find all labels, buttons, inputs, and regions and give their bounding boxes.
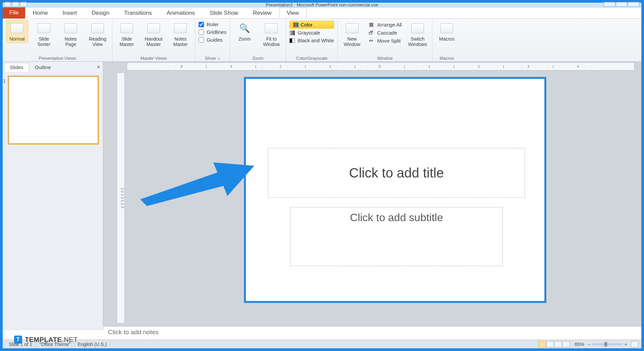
arrange-all-icon: ▦ [368, 21, 375, 28]
status-language[interactable]: English (U.S.) [74, 342, 110, 347]
slide-editor[interactable]: Click to add title Click to add subtitle [244, 77, 546, 303]
switch-windows-button[interactable]: Switch Windows [407, 20, 429, 47]
cascade-button[interactable]: 🗗Cascade [368, 29, 402, 36]
window-controls[interactable] [604, 2, 639, 7]
outline-tab[interactable]: Outline [29, 63, 57, 72]
reading-view-icon [91, 23, 104, 33]
group-master-views: Slide Master Handout Master Notes Master… [112, 19, 195, 61]
zoom-in-button[interactable]: + [625, 342, 627, 347]
group-macros: Macros Macros [432, 19, 461, 61]
grayscale-button[interactable]: Grayscale [289, 29, 334, 36]
annotation-arrow-icon [140, 152, 254, 206]
handout-master-button[interactable]: Handout Master [143, 20, 165, 47]
color-icon [293, 22, 299, 27]
tab-view[interactable]: View [279, 8, 307, 18]
slide-sorter-icon [38, 23, 50, 33]
normal-view-button[interactable]: Normal [6, 20, 28, 43]
black-and-white-button[interactable]: Black and White [289, 37, 334, 44]
tab-animations[interactable]: Animations [159, 8, 202, 18]
ribbon-tabs: File Home Insert Design Transitions Anim… [3, 7, 641, 19]
quick-access-toolbar[interactable] [4, 2, 27, 7]
horizontal-ruler: · · · 4 · · · | · · · 3 · · · | · · · 2 … [127, 62, 635, 70]
slide-sorter-button[interactable]: Slide Sorter [33, 20, 55, 47]
zoom-out-button[interactable]: − [588, 342, 590, 347]
guides-checkbox[interactable]: Guides [199, 37, 226, 43]
zoom-level[interactable]: 65% [575, 342, 584, 347]
workspace: Slides Outline × · · · 4 · · · | · · · 3… [3, 62, 641, 330]
notes-page-icon [64, 23, 77, 33]
window-title: Presentation3 - Microsoft PowerPoint non… [266, 2, 378, 7]
handout-master-icon [147, 23, 160, 33]
bw-icon [289, 38, 295, 43]
tab-file[interactable]: File [3, 7, 25, 18]
tab-review[interactable]: Review [246, 8, 279, 18]
group-show: Ruler Gridlines Guides Show [195, 19, 230, 61]
gridlines-checkbox[interactable]: Gridlines [199, 29, 226, 35]
tab-slide-show[interactable]: Slide Show [202, 8, 246, 18]
slide-master-button[interactable]: Slide Master [116, 20, 138, 47]
notes-pane[interactable]: Click to add notes [103, 326, 641, 340]
new-window-icon [345, 21, 359, 35]
tab-transitions[interactable]: Transitions [117, 8, 159, 18]
move-split-button[interactable]: ⇔Move Split [368, 37, 402, 44]
statusbar-reading-view-button[interactable] [554, 341, 562, 347]
slides-outline-pane: Slides Outline × [3, 62, 103, 330]
vertical-ruler: 3 2 1 0 1 2 3 [117, 72, 125, 323]
slide-thumbnail-1[interactable] [9, 77, 98, 144]
notes-master-button[interactable]: Notes Master [169, 20, 192, 47]
ribbon: Normal Slide Sorter Notes Page Reading V… [3, 19, 641, 62]
cascade-icon: 🗗 [368, 30, 375, 36]
zoom-button[interactable]: 🔍 Zoom [233, 20, 256, 42]
ruler-checkbox[interactable]: Ruler [199, 21, 226, 27]
fit-slide-button[interactable] [631, 341, 638, 347]
tab-design[interactable]: Design [84, 8, 117, 18]
new-window-button[interactable]: New Window [341, 20, 363, 47]
watermark: T TEMPLATE.NET [14, 336, 78, 344]
notes-master-icon [174, 23, 187, 33]
slide-thumbnails[interactable] [3, 72, 103, 330]
watermark-logo-icon: T [14, 336, 22, 344]
normal-view-icon [11, 23, 23, 33]
switch-windows-icon [411, 21, 424, 35]
fit-to-window-button[interactable]: Fit to Window [260, 20, 282, 47]
arrange-all-button[interactable]: ▦Arrange All [368, 21, 402, 28]
tab-insert[interactable]: Insert [55, 8, 85, 18]
group-label-presentation-views: Presentation Views [6, 55, 109, 61]
macros-icon [440, 21, 453, 35]
reading-view-button[interactable]: Reading View [87, 20, 109, 47]
group-zoom: 🔍 Zoom Fit to Window Zoom [230, 19, 286, 61]
group-label-color: Color/Grayscale [289, 55, 334, 61]
macros-button[interactable]: Macros [436, 20, 458, 42]
group-label-show[interactable]: Show [199, 55, 226, 61]
status-bar: Slide 1 of 1 "Office Theme" English (U.S… [3, 340, 641, 348]
group-label-master-views: Master Views [116, 55, 192, 61]
grayscale-icon [289, 31, 295, 35]
slide-master-icon [120, 23, 133, 33]
statusbar-sorter-view-button[interactable] [546, 341, 554, 347]
slides-tab[interactable]: Slides [4, 63, 29, 72]
tab-home[interactable]: Home [25, 8, 55, 18]
slide-canvas-area: · · · 4 · · · | · · · 3 · · · | · · · 2 … [103, 62, 641, 330]
group-label-macros: Macros [436, 55, 458, 61]
move-split-icon: ⇔ [368, 38, 375, 44]
close-pane-button[interactable]: × [97, 64, 100, 70]
color-button[interactable]: Color [289, 21, 334, 29]
statusbar-normal-view-button[interactable] [538, 341, 546, 347]
title-placeholder[interactable]: Click to add title [268, 148, 525, 198]
subtitle-placeholder[interactable]: Click to add subtitle [290, 207, 503, 266]
group-presentation-views: Normal Slide Sorter Notes Page Reading V… [3, 19, 112, 61]
notes-page-button[interactable]: Notes Page [60, 20, 82, 47]
title-bar: Presentation3 - Microsoft PowerPoint non… [3, 3, 641, 7]
fit-window-icon [265, 21, 278, 35]
group-color-grayscale: Color Grayscale Black and White Color/Gr… [286, 19, 337, 61]
group-label-window: Window [341, 55, 429, 61]
slides-outline-tabs: Slides Outline × [3, 62, 103, 72]
group-window: New Window ▦Arrange All 🗗Cascade ⇔Move S… [338, 19, 432, 61]
group-label-zoom: Zoom [233, 55, 282, 61]
zoom-slider[interactable] [592, 343, 623, 345]
magnifier-icon: 🔍 [238, 21, 251, 35]
svg-marker-0 [140, 162, 254, 206]
statusbar-slideshow-view-button[interactable] [562, 341, 570, 347]
